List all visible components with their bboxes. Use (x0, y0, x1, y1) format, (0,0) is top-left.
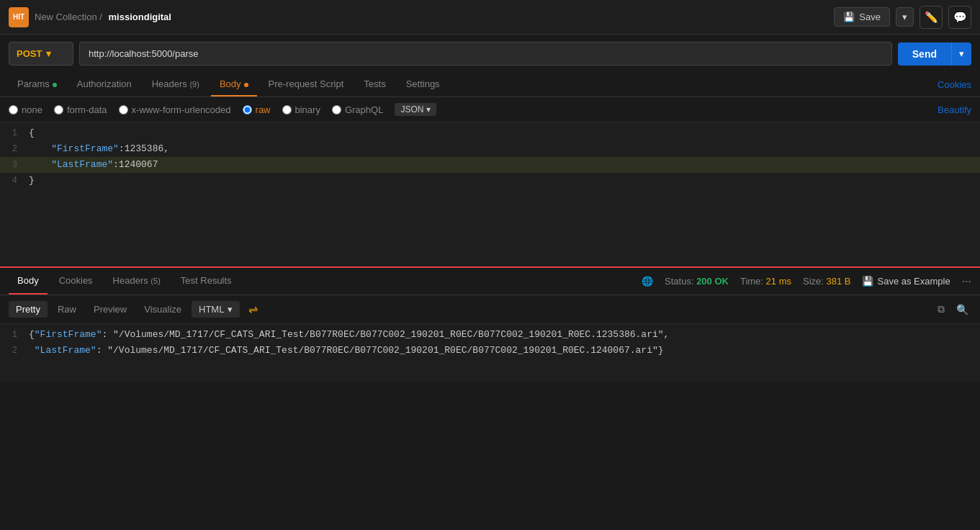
body-dot (244, 83, 248, 87)
method-label: POST (17, 48, 42, 59)
url-input[interactable] (79, 42, 892, 66)
option-graphql[interactable]: GraphQL (332, 104, 383, 115)
option-urlencoded[interactable]: x-www-form-urlencoded (119, 104, 231, 115)
response-toolbar: Pretty Raw Preview Visualize HTML ▾ ⇌ ⧉ … (0, 295, 980, 324)
size-value: 381 B (827, 276, 851, 287)
url-bar: POST ▾ Send ▾ (0, 35, 980, 73)
top-bar-right: 💾 Save ▾ ✏️ 💬 (834, 6, 971, 29)
option-none[interactable]: none (9, 104, 42, 115)
request-tabs: Params Authorization Headers (9) Body Pr… (0, 73, 980, 97)
format-select[interactable]: HTML ▾ (192, 301, 240, 318)
resp-subtab-visualize[interactable]: Visualize (137, 301, 189, 318)
response-body: 1 {"FirstFrame": "/Volumes/MD_1717/CF_CA… (0, 324, 980, 382)
save-example-icon: 💾 (862, 276, 873, 287)
app-icon: HIT (9, 7, 29, 27)
method-chevron-icon: ▾ (46, 48, 51, 59)
save-button[interactable]: 💾 Save (834, 7, 890, 27)
time-label: Time: 21 ms (740, 276, 791, 287)
beautify-button[interactable]: Beautify (938, 104, 971, 115)
radio-binary[interactable] (282, 105, 292, 114)
search-response-button[interactable]: 🔍 (953, 301, 971, 318)
option-form-data[interactable]: form-data (54, 104, 107, 115)
send-button[interactable]: Send (898, 42, 951, 66)
status-value: 200 OK (696, 276, 729, 287)
top-bar: HIT New Collection / missiondigital 💾 Sa… (0, 0, 980, 35)
resp-subtab-preview[interactable]: Preview (86, 301, 134, 318)
tab-pre-request-script[interactable]: Pre-request Script (260, 73, 353, 96)
tab-params[interactable]: Params (9, 73, 66, 96)
save-label: Save (859, 12, 881, 22)
code-line-4: 4 } (0, 173, 980, 189)
code-line-2: 2 "FirstFrame":1235386, (0, 141, 980, 157)
tab-body[interactable]: Body (211, 73, 257, 96)
params-dot (53, 83, 57, 87)
tab-authorization[interactable]: Authorization (68, 73, 140, 96)
resp-subtab-raw[interactable]: Raw (50, 301, 84, 318)
breadcrumb-prefix: New Collection / (35, 12, 102, 22)
filter-icon-button[interactable]: ⇌ (243, 300, 264, 319)
json-format-badge[interactable]: JSON ▾ (395, 103, 436, 116)
copy-response-button[interactable]: ⧉ (935, 300, 948, 318)
save-icon: 💾 (843, 12, 855, 22)
response-right-icons: ⧉ 🔍 (935, 300, 971, 318)
breadcrumb: New Collection / missiondigital (35, 12, 171, 22)
resp-subtab-pretty[interactable]: Pretty (9, 301, 48, 318)
collection-name: missiondigital (109, 12, 171, 22)
resp-tab-headers[interactable]: Headers (5) (104, 268, 169, 295)
resp-tab-body[interactable]: Body (9, 268, 48, 295)
send-dropdown-button[interactable]: ▾ (951, 42, 971, 66)
time-value: 21 ms (766, 276, 791, 287)
more-options-button[interactable]: ··· (962, 275, 971, 288)
resp-tab-cookies[interactable]: Cookies (50, 268, 102, 295)
save-example-label: Save as Example (877, 276, 950, 287)
globe-icon: 🌐 (642, 276, 653, 287)
edit-button[interactable]: ✏️ (920, 6, 943, 29)
method-select[interactable]: POST ▾ (9, 42, 73, 66)
radio-urlencoded[interactable] (119, 105, 128, 114)
response-meta: 🌐 Status: 200 OK Time: 21 ms Size: 381 B… (642, 275, 971, 288)
response-area: Body Cookies Headers (5) Test Results 🌐 … (0, 266, 980, 382)
filter-icon: ⇌ (248, 303, 258, 315)
copy-icon: ⧉ (938, 303, 945, 315)
cookies-link[interactable]: Cookies (938, 79, 971, 90)
option-binary[interactable]: binary (282, 104, 320, 115)
resp-tab-test-results[interactable]: Test Results (172, 268, 240, 295)
radio-form-data[interactable] (54, 105, 63, 114)
status-label: Status: 200 OK (665, 276, 729, 287)
tab-settings[interactable]: Settings (397, 73, 449, 96)
response-tabs-row: Body Cookies Headers (5) Test Results 🌐 … (0, 268, 980, 295)
resp-line-2: 2 "LastFrame": "/Volumes/MD_1717/CF_CATS… (0, 343, 980, 359)
radio-graphql[interactable] (332, 105, 341, 114)
body-type-row: none form-data x-www-form-urlencoded raw… (0, 97, 980, 122)
radio-none[interactable] (9, 105, 18, 114)
send-group: Send ▾ (898, 42, 971, 66)
search-icon: 🔍 (956, 304, 968, 315)
comment-icon: 💬 (953, 11, 967, 24)
request-body-editor[interactable]: 1 { 2 "FirstFrame":1235386, 3 "LastFrame… (0, 122, 980, 266)
radio-raw[interactable] (243, 105, 252, 114)
code-line-1: 1 { (0, 125, 980, 141)
tab-tests[interactable]: Tests (355, 73, 394, 96)
comment-button[interactable]: 💬 (948, 6, 971, 29)
top-bar-left: HIT New Collection / missiondigital (9, 7, 171, 27)
edit-icon: ✏️ (925, 11, 938, 24)
option-raw[interactable]: raw (243, 104, 271, 115)
save-as-example-button[interactable]: 💾 Save as Example (862, 276, 950, 287)
size-label: Size: 381 B (803, 276, 851, 287)
save-dropdown-button[interactable]: ▾ (896, 7, 914, 27)
format-chevron-icon: ▾ (228, 304, 233, 315)
code-line-3: 3 "LastFrame":1240067 (0, 157, 980, 173)
resp-line-1: 1 {"FirstFrame": "/Volumes/MD_1717/CF_CA… (0, 327, 980, 343)
tab-headers[interactable]: Headers (9) (143, 73, 208, 96)
